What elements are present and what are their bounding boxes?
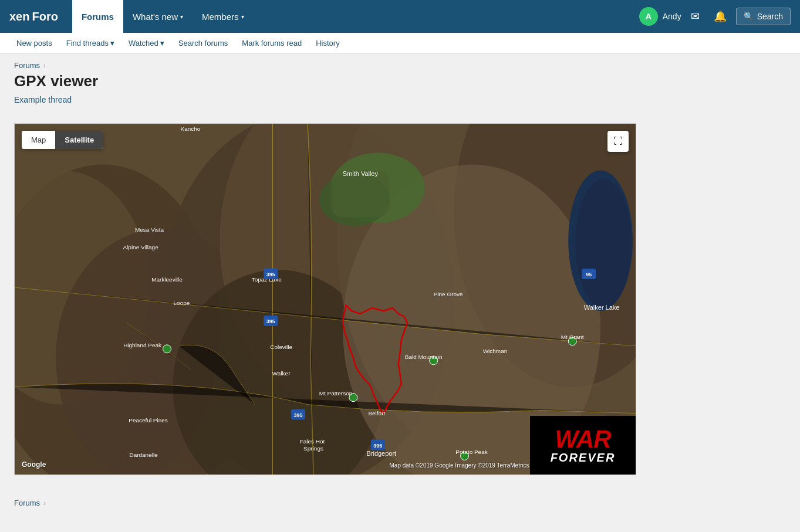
svg-text:Springs: Springs xyxy=(303,445,323,452)
top-navigation: xenForo Forums What's new ▾ Members ▾ A … xyxy=(0,0,800,33)
search-button[interactable]: 🔍 Search xyxy=(736,8,791,25)
svg-text:Fales Hot: Fales Hot xyxy=(300,438,325,445)
map-type-map-button[interactable]: Map xyxy=(22,131,55,149)
svg-text:Bridgeport: Bridgeport xyxy=(367,450,397,457)
svg-text:Smith Valley: Smith Valley xyxy=(343,170,379,177)
svg-text:395: 395 xyxy=(266,272,275,277)
nav-forums[interactable]: Forums xyxy=(72,0,123,33)
sub-nav-new-posts[interactable]: New posts xyxy=(9,33,59,54)
notifications-icon-button[interactable]: 🔔 xyxy=(709,8,731,25)
svg-point-22 xyxy=(163,345,171,353)
search-icon: 🔍 xyxy=(744,12,754,21)
main-nav: Forums What's new ▾ Members ▾ xyxy=(72,0,254,33)
members-label: Members xyxy=(202,12,239,22)
fullscreen-button[interactable]: ⛶ xyxy=(607,131,629,152)
svg-text:Loope: Loope xyxy=(174,300,190,306)
sub-nav-search-forums[interactable]: Search forums xyxy=(171,33,235,54)
svg-text:Alpine Village: Alpine Village xyxy=(123,244,158,250)
map-type-control: Map Satellite xyxy=(22,131,103,149)
page-title: GPX viewer xyxy=(14,72,786,90)
example-thread-link[interactable]: Example thread xyxy=(14,95,72,104)
user-initial: A xyxy=(646,12,652,21)
find-threads-chevron-icon: ▾ xyxy=(110,39,114,48)
svg-text:Belfort: Belfort xyxy=(368,410,385,416)
sub-nav-history[interactable]: History xyxy=(309,33,346,54)
sub-navigation: New posts Find threads ▾ Watched ▾ Searc… xyxy=(0,33,800,54)
svg-text:Dardanelle: Dardanelle xyxy=(129,452,158,458)
logo-foro: Foro xyxy=(32,10,58,23)
user-name: Andy xyxy=(663,12,681,21)
svg-text:Mt Grant: Mt Grant xyxy=(561,334,584,340)
svg-text:Bald Mountain: Bald Mountain xyxy=(405,354,443,360)
breadcrumb-forums-link[interactable]: Forums xyxy=(14,61,40,70)
logo-xen: xen xyxy=(9,10,29,23)
fullscreen-icon: ⛶ xyxy=(613,136,623,147)
war-text: WAR xyxy=(551,427,616,452)
whats-new-label: What's new xyxy=(133,12,178,22)
svg-text:95: 95 xyxy=(586,272,592,277)
map-container[interactable]: Smith Valley Mesa Vista Alpine Village T… xyxy=(14,123,636,475)
sub-nav-watched[interactable]: Watched ▾ xyxy=(121,33,171,54)
svg-text:Potato Peak: Potato Peak xyxy=(455,449,487,456)
svg-text:395: 395 xyxy=(294,412,303,418)
find-threads-label: Find threads xyxy=(66,39,109,48)
svg-text:Kancho: Kancho xyxy=(181,126,201,132)
svg-text:395: 395 xyxy=(373,443,382,449)
svg-text:Markleeville: Markleeville xyxy=(151,276,183,283)
nav-whats-new[interactable]: What's new ▾ xyxy=(123,0,193,33)
svg-text:Mt Patterson: Mt Patterson xyxy=(319,390,353,397)
nav-right: A Andy ✉ 🔔 🔍 Search xyxy=(639,7,791,26)
svg-text:Pine Grove: Pine Grove xyxy=(434,291,463,297)
sub-nav-find-threads[interactable]: Find threads ▾ xyxy=(59,33,121,54)
whats-new-chevron-icon: ▾ xyxy=(180,13,183,20)
svg-text:Walker Lake: Walker Lake xyxy=(584,304,620,311)
svg-text:Coleville: Coleville xyxy=(270,344,292,350)
breadcrumb: Forums › xyxy=(0,54,800,72)
watched-chevron-icon: ▾ xyxy=(160,39,164,48)
watermark-text: WAR FOREVER xyxy=(551,427,616,463)
search-label: Search xyxy=(757,12,783,21)
google-logo-text: Google xyxy=(22,460,46,469)
breadcrumb-bottom: Forums › xyxy=(0,489,800,510)
sub-nav-mark-forums-read[interactable]: Mark forums read xyxy=(235,33,309,54)
page-content: GPX viewer Example thread xyxy=(0,72,800,489)
breadcrumb-bottom-separator: › xyxy=(43,499,46,507)
svg-text:Wichman: Wichman xyxy=(483,348,508,354)
site-logo[interactable]: xenForo xyxy=(9,10,58,23)
watermark: WAR FOREVER xyxy=(530,416,636,475)
svg-point-11 xyxy=(575,179,632,308)
svg-text:Highland Peak: Highland Peak xyxy=(123,342,161,348)
breadcrumb-separator: › xyxy=(43,62,46,70)
user-avatar[interactable]: A xyxy=(639,7,658,26)
google-logo: Google xyxy=(22,460,46,469)
svg-text:Walker: Walker xyxy=(272,370,291,377)
svg-text:Peaceful Pines: Peaceful Pines xyxy=(129,417,168,423)
map-type-satellite-button[interactable]: Satellite xyxy=(55,131,103,149)
messages-icon-button[interactable]: ✉ xyxy=(686,8,704,25)
breadcrumb-bottom-forums-link[interactable]: Forums xyxy=(14,499,40,507)
forever-text: FOREVER xyxy=(551,452,616,463)
svg-text:Mesa Vista: Mesa Vista xyxy=(135,226,164,233)
nav-members[interactable]: Members ▾ xyxy=(193,0,254,33)
svg-text:395: 395 xyxy=(266,318,275,324)
members-chevron-icon: ▾ xyxy=(241,13,244,20)
watched-label: Watched xyxy=(129,39,158,48)
